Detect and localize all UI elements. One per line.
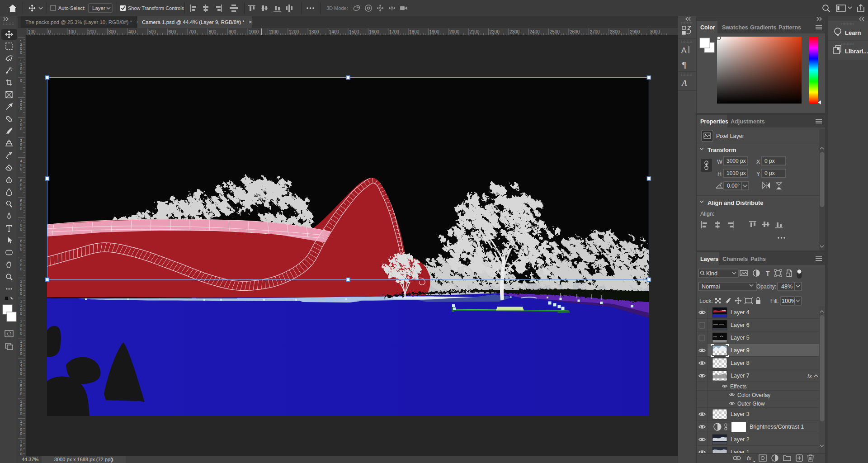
svg-text:0.00°: 0.00° bbox=[727, 183, 740, 189]
svg-text:Layer 4: Layer 4 bbox=[731, 309, 750, 316]
svg-text:Gradients: Gradients bbox=[750, 24, 776, 31]
svg-text:Layer 2: Layer 2 bbox=[731, 436, 750, 443]
svg-text:Kind: Kind bbox=[706, 270, 717, 277]
svg-text:Y: Y bbox=[756, 171, 760, 177]
svg-text:3000 px: 3000 px bbox=[726, 158, 746, 164]
svg-text:0: 0 bbox=[20, 431, 22, 436]
svg-text:1500: 1500 bbox=[349, 29, 359, 34]
svg-text:100%: 100% bbox=[782, 298, 796, 304]
svg-text:Layer 6: Layer 6 bbox=[731, 322, 750, 328]
svg-text:0: 0 bbox=[20, 311, 22, 316]
svg-text:fx: fx bbox=[807, 373, 812, 379]
svg-text:Layer 5: Layer 5 bbox=[731, 335, 750, 341]
svg-text:Layer 9: Layer 9 bbox=[731, 347, 750, 354]
svg-text:900: 900 bbox=[229, 29, 236, 34]
svg-text:Properties: Properties bbox=[700, 118, 728, 125]
svg-text:Librari...: Librari... bbox=[845, 48, 868, 55]
svg-text:Color Overlay: Color Overlay bbox=[737, 392, 770, 398]
svg-text:1900: 1900 bbox=[429, 29, 439, 34]
svg-text:1200: 1200 bbox=[289, 29, 299, 34]
svg-text:400: 400 bbox=[128, 29, 136, 34]
svg-text:Layer 7: Layer 7 bbox=[731, 373, 750, 379]
svg-text:0: 0 bbox=[20, 246, 22, 251]
svg-text:0: 0 bbox=[20, 78, 22, 83]
svg-text:1300: 1300 bbox=[309, 29, 319, 34]
svg-text:0: 0 bbox=[20, 291, 22, 296]
svg-text:0: 0 bbox=[20, 411, 22, 416]
svg-text:2600: 2600 bbox=[570, 29, 580, 34]
svg-text:0: 0 bbox=[20, 106, 22, 111]
svg-text:2200: 2200 bbox=[490, 29, 500, 34]
svg-text:500: 500 bbox=[148, 29, 156, 34]
svg-text:A: A bbox=[681, 46, 687, 55]
svg-text:0 px: 0 px bbox=[764, 158, 775, 164]
svg-text:2900: 2900 bbox=[630, 29, 640, 34]
svg-text:0: 0 bbox=[20, 351, 22, 356]
svg-text:Layer 8: Layer 8 bbox=[731, 360, 750, 366]
svg-text:Align and Distribute: Align and Distribute bbox=[708, 199, 764, 206]
svg-text:0: 0 bbox=[20, 371, 22, 376]
svg-text:Paths: Paths bbox=[750, 256, 766, 262]
svg-text:300: 300 bbox=[108, 29, 116, 34]
svg-text:0: 0 bbox=[48, 29, 51, 34]
svg-text:Auto-Select:: Auto-Select: bbox=[58, 5, 85, 11]
svg-text:2400: 2400 bbox=[529, 29, 540, 34]
svg-text:100: 100 bbox=[68, 29, 76, 34]
svg-text:Adjustments: Adjustments bbox=[731, 118, 765, 125]
svg-text:Channels: Channels bbox=[722, 256, 748, 262]
svg-text:0: 0 bbox=[20, 266, 22, 271]
svg-text:0: 0 bbox=[20, 227, 22, 232]
svg-text:1100: 1100 bbox=[269, 29, 279, 34]
svg-text:0 px: 0 px bbox=[764, 170, 775, 176]
svg-text:0: 0 bbox=[20, 166, 22, 171]
svg-text:Fill:: Fill: bbox=[770, 298, 779, 304]
svg-text:0: 0 bbox=[20, 50, 22, 55]
svg-text:Outer Glow: Outer Glow bbox=[737, 401, 765, 407]
svg-text:1800: 1800 bbox=[409, 29, 420, 34]
svg-text:W: W bbox=[717, 159, 722, 165]
svg-text:Patterns: Patterns bbox=[778, 24, 801, 31]
svg-text:0: 0 bbox=[20, 451, 22, 456]
svg-text:0: 0 bbox=[20, 126, 22, 131]
svg-text:3D Mode:: 3D Mode: bbox=[326, 5, 348, 11]
svg-text:Show Transform Controls: Show Transform Controls bbox=[128, 5, 184, 11]
svg-text:800: 800 bbox=[208, 29, 216, 34]
svg-text:Opacity:: Opacity: bbox=[756, 283, 776, 290]
svg-text:2000: 2000 bbox=[449, 29, 460, 34]
svg-text:fx: fx bbox=[747, 455, 752, 462]
svg-text:Brightness/Contrast 1: Brightness/Contrast 1 bbox=[750, 424, 804, 430]
svg-text:1010 px: 1010 px bbox=[726, 170, 746, 176]
svg-text:A: A bbox=[681, 78, 687, 88]
svg-text:0: 0 bbox=[20, 331, 22, 335]
svg-text:Transform: Transform bbox=[708, 146, 736, 153]
svg-text:0: 0 bbox=[20, 391, 22, 396]
svg-text:Normal: Normal bbox=[702, 283, 720, 290]
svg-text:700: 700 bbox=[189, 29, 196, 34]
svg-text:2100: 2100 bbox=[469, 29, 480, 34]
svg-text:Align:: Align: bbox=[700, 211, 714, 217]
svg-text:1000: 1000 bbox=[249, 29, 259, 34]
svg-text:H: H bbox=[717, 171, 722, 177]
svg-text:T: T bbox=[766, 270, 770, 277]
svg-text:200: 200 bbox=[88, 29, 96, 34]
svg-text:Lock:: Lock: bbox=[699, 298, 713, 304]
svg-text:Effects: Effects bbox=[730, 383, 746, 390]
svg-text:2800: 2800 bbox=[610, 29, 620, 34]
svg-text:3000: 3000 bbox=[650, 29, 660, 34]
svg-text:1600: 1600 bbox=[369, 29, 379, 34]
svg-text:Learn: Learn bbox=[845, 29, 861, 36]
svg-text:Layer 3: Layer 3 bbox=[731, 411, 750, 417]
svg-text:0: 0 bbox=[20, 70, 22, 75]
svg-text:0: 0 bbox=[20, 146, 22, 151]
svg-text:600: 600 bbox=[169, 29, 176, 34]
svg-text:100: 100 bbox=[28, 29, 36, 34]
svg-text:X: X bbox=[756, 159, 760, 165]
svg-text:Swatches: Swatches bbox=[722, 24, 748, 31]
svg-text:48%: 48% bbox=[781, 283, 793, 290]
svg-text:Layers: Layers bbox=[700, 256, 718, 262]
svg-text:2300: 2300 bbox=[509, 29, 520, 34]
svg-text:1400: 1400 bbox=[329, 29, 340, 34]
svg-text:0: 0 bbox=[20, 186, 22, 191]
svg-text:2700: 2700 bbox=[590, 29, 600, 34]
svg-text:Pixel Layer: Pixel Layer bbox=[716, 133, 744, 139]
